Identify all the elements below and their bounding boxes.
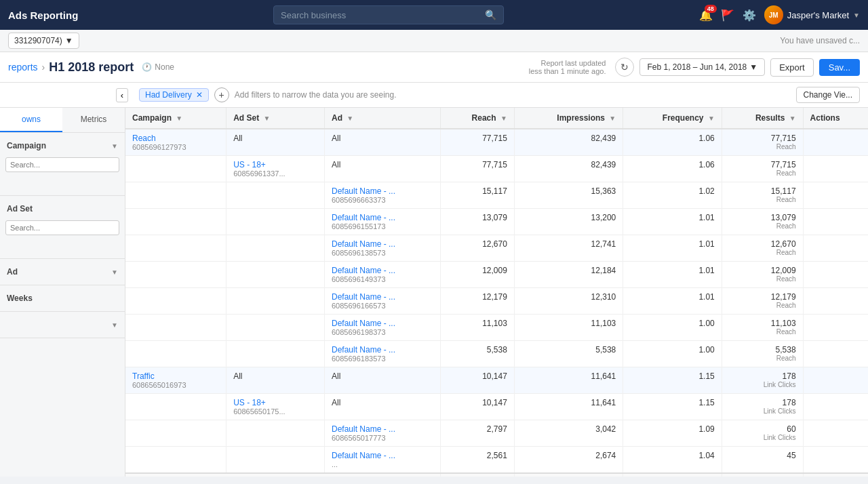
cell-results: 178Link Clicks — [722, 367, 803, 394]
export-button[interactable]: Export — [770, 58, 814, 77]
cell-campaign: Traffic6086565016973 — [125, 367, 226, 394]
sidebar-section-adset: Ad Set — [0, 196, 125, 259]
cell-ad: Default Name - ...6085696183573 — [325, 341, 441, 367]
refresh-button[interactable]: ↻ — [615, 58, 634, 77]
cell-adset — [226, 420, 325, 447]
ad-id: 6086565017773 — [332, 434, 433, 442]
col-adset-label: Ad Set — [233, 113, 259, 123]
cell-results: 77,715Reach — [722, 129, 803, 156]
app-title: Ads Reporting — [8, 9, 78, 21]
adset-search-input[interactable] — [5, 220, 119, 235]
cell-ad: Default Name - ...6085696149373 — [325, 262, 441, 288]
ad-link[interactable]: Default Name - ... — [332, 319, 433, 328]
col-impressions-label: Impressions — [557, 113, 605, 123]
tab-owns[interactable]: owns — [0, 108, 62, 132]
ad-link[interactable]: Default Name - ... — [332, 266, 433, 275]
ad-link[interactable]: Default Name - ... — [332, 292, 433, 302]
sidebar-tabs: owns Metrics — [0, 108, 125, 133]
results-value: 77,715 — [729, 160, 796, 169]
settings-icon[interactable]: ⚙️ — [743, 9, 756, 22]
breadcrumb-parent-link[interactable]: reports — [8, 62, 38, 73]
cell-results: 12,179Reach — [722, 288, 803, 315]
ad-link[interactable]: Default Name - ... — [332, 451, 433, 460]
breadcrumb: reports › H1 2018 report — [8, 60, 134, 75]
ad-id: 6085696198373 — [332, 328, 433, 336]
col-adset[interactable]: Ad Set ▼ — [226, 108, 325, 129]
search-input[interactable] — [281, 10, 482, 20]
data-table: Campaign ▼ Ad Set ▼ Ad ▼ Reach ▼ — [125, 108, 868, 477]
adset-id: 60865650175... — [233, 407, 317, 416]
cell-ad: Default Name - ...6086565017773 — [325, 420, 441, 447]
breadcrumb-actions: Report last updated less than 1 minute a… — [529, 58, 860, 77]
cell-adset — [226, 341, 325, 367]
adset-link[interactable]: US - 18+ — [233, 160, 317, 169]
cell-reach: 12,009 — [440, 262, 514, 288]
col-impressions[interactable]: Impressions ▼ — [514, 108, 623, 129]
cell-impressions: 12,310 — [514, 288, 623, 315]
sidebar-section-week-header[interactable]: Weeks — [0, 289, 125, 307]
cell-impressions: 12,184 — [514, 262, 623, 288]
campaign-search-input[interactable] — [5, 157, 119, 172]
report-meta-line1: Report last updated — [529, 59, 606, 67]
tab-metrics[interactable]: Metrics — [62, 108, 125, 132]
sidebar-item-campaign[interactable] — [0, 175, 125, 191]
cell-impressions: 11,103 — [514, 315, 623, 341]
user-account-button[interactable]: JM Jasper's Market ▼ — [764, 5, 860, 24]
sidebar-section-adset-header[interactable]: Ad Set — [0, 200, 125, 218]
campaign-link[interactable]: Reach — [132, 134, 219, 143]
cell-adset — [226, 262, 325, 288]
cell-frequency: 1.01 — [623, 209, 722, 235]
cell-reach: 2,797 — [440, 420, 514, 447]
save-button[interactable]: Sav... — [819, 59, 860, 76]
account-id: 3312907074) — [14, 36, 62, 45]
cell-impressions: 11,641 — [514, 394, 623, 420]
cell-results: 77,715Reach — [722, 156, 803, 182]
back-button[interactable]: ‹ — [116, 88, 128, 102]
cell-ad: Default Name - ...6085696166573 — [325, 288, 441, 315]
col-reach[interactable]: Reach ▼ — [440, 108, 514, 129]
results-value: 77,715 — [729, 134, 796, 143]
col-ad[interactable]: Ad ▼ — [325, 108, 441, 129]
table-row: Traffic6086565016973AllAll10,14711,6411.… — [125, 367, 868, 394]
ad-link[interactable]: Default Name - ... — [332, 424, 433, 434]
cell-campaign — [125, 209, 226, 235]
cell-impressions: 5,538 — [514, 341, 623, 367]
other-section-title — [7, 320, 9, 329]
add-filter-button[interactable]: + — [214, 87, 229, 102]
col-campaign[interactable]: Campaign ▼ — [125, 108, 226, 129]
table-row: Default Name - ...608569613857312,67012,… — [125, 235, 868, 262]
sidebar-item-adset[interactable] — [0, 238, 125, 254]
cell-impressions: 2,674 — [514, 447, 623, 474]
col-results[interactable]: Results ▼ — [722, 108, 803, 129]
ad-link[interactable]: Default Name - ... — [332, 213, 433, 222]
sidebar-section-ad-header[interactable]: Ad ▼ — [0, 263, 125, 281]
sidebar-section-campaign-header[interactable]: Campaign ▼ — [0, 137, 125, 155]
cell-adset: US - 18+60856961337... — [226, 156, 325, 182]
clock-icon: 🕐 — [142, 62, 152, 72]
cell-ad: Default Name - ...6085696198373 — [325, 315, 441, 341]
col-frequency[interactable]: Frequency ▼ — [623, 108, 722, 129]
table-row: Default Name - ...608569616657312,17912,… — [125, 288, 868, 315]
total-row: Total Results 45 / 45 rows displayed 97,… — [125, 473, 868, 477]
change-view-button[interactable]: Change Vie... — [796, 87, 861, 103]
ad-link[interactable]: Default Name - ... — [332, 345, 433, 355]
cell-ad: All — [325, 394, 441, 420]
adset-link[interactable]: US - 18+ — [233, 398, 317, 407]
search-container: 🔍 — [273, 5, 504, 24]
ad-id: 6085696663373 — [332, 196, 433, 204]
cell-actions — [803, 209, 868, 235]
cell-adset — [226, 235, 325, 262]
cell-impressions: 11,641 — [514, 367, 623, 394]
account-selector[interactable]: 3312907074) ▼ — [8, 33, 79, 49]
ad-link[interactable]: Default Name - ... — [332, 186, 433, 196]
remove-filter-button[interactable]: ✕ — [196, 90, 203, 100]
cell-results: 178Link Clicks — [722, 394, 803, 420]
campaign-link[interactable]: Traffic — [132, 371, 219, 381]
notification-badge: 48 — [705, 5, 717, 13]
table-row: Default Name - ...60865650177732,7973,04… — [125, 420, 868, 447]
ad-link[interactable]: Default Name - ... — [332, 239, 433, 249]
sidebar-section-other-header[interactable]: ▼ — [0, 316, 125, 334]
flag-icon[interactable]: 🚩 — [721, 9, 734, 22]
cell-impressions: 12,741 — [514, 235, 623, 262]
date-range-button[interactable]: Feb 1, 2018 – Jun 14, 2018 ▼ — [639, 58, 765, 76]
